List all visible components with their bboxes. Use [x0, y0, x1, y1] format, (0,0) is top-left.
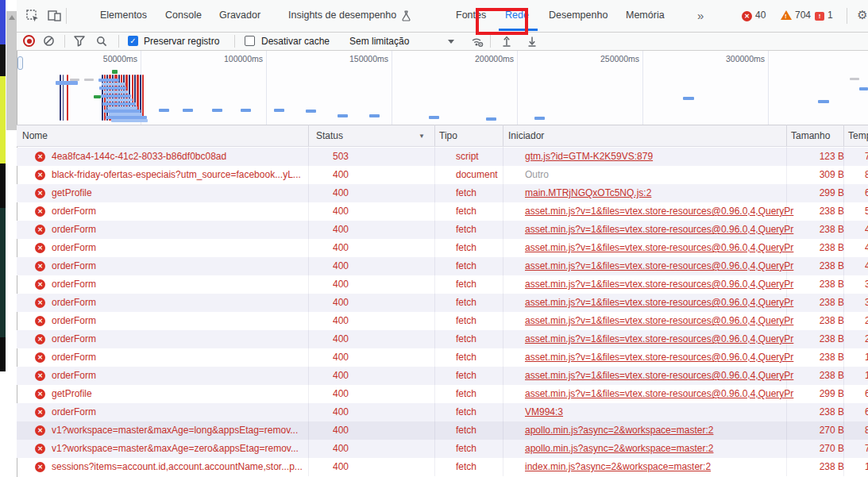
network-conditions-icon[interactable]: [471, 36, 484, 48]
network-request-row[interactable]: ✕v1?workspace=master&maxAge=zero&appsEta…: [17, 440, 868, 458]
request-name[interactable]: orderForm: [52, 403, 318, 421]
filter-icon[interactable]: [74, 36, 87, 48]
request-name[interactable]: orderForm: [52, 348, 318, 367]
request-initiator[interactable]: asset.min.js?v=1&files=vtex.store-resour…: [525, 330, 800, 348]
settings-gear-icon[interactable]: ⚙: [856, 9, 868, 21]
request-name[interactable]: getProfile: [52, 184, 318, 202]
request-name[interactable]: orderForm: [52, 367, 318, 385]
tab-insights-de-desempenho[interactable]: Insights de desempenho: [288, 0, 396, 31]
request-initiator[interactable]: asset.min.js?v=1&files=vtex.store-resour…: [525, 385, 800, 403]
network-request-row[interactable]: ✕orderForm400fetchasset.min.js?v=1&files…: [17, 202, 868, 221]
export-har-icon[interactable]: [527, 36, 539, 48]
issues-icon[interactable]: !: [815, 12, 824, 21]
disable-cache-label[interactable]: Desativar cache: [261, 33, 330, 50]
request-name[interactable]: black-friday-ofertas-especiais?utm_sourc…: [52, 166, 318, 184]
request-name[interactable]: orderForm: [52, 257, 318, 275]
request-name[interactable]: orderForm: [52, 294, 318, 312]
tab-gravador[interactable]: Gravador: [219, 0, 260, 31]
inspect-element-icon[interactable]: [26, 10, 39, 22]
column-header-tipo[interactable]: Tipo: [439, 125, 457, 146]
network-request-row[interactable]: ✕orderForm400fetchasset.min.js?v=1&files…: [17, 221, 868, 239]
request-initiator[interactable]: apollo.min.js?async=2&workspace=master:2: [525, 421, 800, 440]
disable-cache-checkbox[interactable]: [245, 36, 255, 46]
network-request-row[interactable]: ✕orderForm400fetchasset.min.js?v=1&files…: [17, 239, 868, 257]
page-scrollbar[interactable]: [6, 11, 17, 130]
request-initiator[interactable]: asset.min.js?v=1&files=vtex.store-resour…: [525, 312, 800, 330]
throttling-dropdown-arrow-icon[interactable]: [448, 40, 454, 44]
request-name[interactable]: orderForm: [52, 221, 318, 239]
network-request-row[interactable]: ✕v1?workspace=master&maxAge=long&appsEta…: [17, 421, 868, 440]
request-name[interactable]: v1?workspace=master&maxAge=long&appsEtag…: [52, 421, 318, 440]
request-initiator[interactable]: asset.min.js?v=1&files=vtex.store-resour…: [525, 367, 800, 385]
tab-elementos[interactable]: Elementos: [100, 0, 147, 31]
overview-left-handle[interactable]: [17, 56, 23, 70]
tab-console[interactable]: Console: [165, 0, 202, 31]
record-network-log-button[interactable]: [23, 35, 35, 47]
header-column-divider[interactable]: [434, 125, 435, 146]
network-request-row[interactable]: ✕orderForm400fetchasset.min.js?v=1&files…: [17, 367, 868, 385]
console-warnings-count[interactable]: 704: [795, 0, 811, 31]
request-name[interactable]: getProfile: [52, 385, 318, 403]
network-request-row[interactable]: ✕orderForm400fetchasset.min.js?v=1&files…: [17, 330, 868, 348]
request-initiator[interactable]: gtm.js?id=GTM-K2K59VS:879: [525, 148, 800, 166]
request-name[interactable]: 4ea8fca4-144c-41c2-8033-b86df0bc08ad: [52, 148, 318, 166]
network-request-row[interactable]: ✕orderForm400fetchVM994:3238 B695: [17, 403, 868, 421]
header-column-divider[interactable]: [786, 125, 787, 146]
network-request-row[interactable]: ✕sessions?items=account.id,account.accou…: [17, 458, 868, 476]
header-column-divider[interactable]: [308, 125, 309, 146]
network-request-row[interactable]: ✕orderForm400fetchasset.min.js?v=1&files…: [17, 312, 868, 330]
tab-mem-ria[interactable]: Memória: [626, 0, 665, 31]
column-header-tempo[interactable]: Tempo: [848, 125, 868, 146]
column-header-iniciador[interactable]: Iniciador: [508, 125, 544, 146]
request-initiator[interactable]: asset.min.js?v=1&files=vtex.store-resour…: [525, 221, 800, 239]
request-name[interactable]: v1?workspace=master&maxAge=zero&appsEtag…: [52, 440, 318, 458]
import-har-icon[interactable]: [501, 36, 514, 48]
request-initiator[interactable]: main.MTRjNGQxOTc5NQ.js:2: [525, 184, 800, 202]
column-header-nome[interactable]: Nome: [22, 125, 48, 146]
request-time: 5.3: [865, 202, 868, 221]
request-initiator[interactable]: asset.min.js?v=1&files=vtex.store-resour…: [525, 294, 800, 312]
network-request-row[interactable]: ✕black-friday-ofertas-especiais?utm_sour…: [17, 166, 868, 184]
network-request-row[interactable]: ✕getProfile400fetchmain.MTRjNGQxOTc5NQ.j…: [17, 184, 868, 202]
request-name[interactable]: orderForm: [52, 330, 318, 348]
request-initiator[interactable]: asset.min.js?v=1&files=vtex.store-resour…: [525, 239, 800, 257]
request-name[interactable]: sessions?items=account.id,account.accoun…: [52, 458, 318, 476]
more-tabs-icon[interactable]: »: [697, 0, 704, 31]
request-initiator[interactable]: asset.min.js?v=1&files=vtex.store-resour…: [525, 202, 800, 221]
network-request-row[interactable]: ✕orderForm400fetchasset.min.js?v=1&files…: [17, 294, 868, 312]
network-request-row[interactable]: ✕4ea8fca4-144c-41c2-8033-b86df0bc08ad503…: [17, 148, 868, 166]
header-column-divider[interactable]: [843, 125, 844, 146]
scrollbar-up-arrow-icon[interactable]: [9, 15, 15, 20]
column-header-tamanho[interactable]: Tamanho: [791, 125, 830, 146]
request-name[interactable]: orderForm: [52, 312, 318, 330]
preserve-log-label[interactable]: Preservar registro: [144, 33, 219, 50]
header-column-divider[interactable]: [503, 125, 503, 146]
request-initiator[interactable]: asset.min.js?v=1&files=vtex.store-resour…: [525, 275, 800, 294]
network-request-row[interactable]: ✕orderForm400fetchasset.min.js?v=1&files…: [17, 257, 868, 275]
issues-count[interactable]: 1: [827, 0, 833, 31]
request-initiator[interactable]: asset.min.js?v=1&files=vtex.store-resour…: [525, 348, 800, 367]
request-initiator[interactable]: apollo.min.js?async=2&workspace=master:2: [525, 440, 800, 458]
sort-descending-icon[interactable]: ▼: [419, 133, 425, 140]
search-icon[interactable]: [96, 36, 109, 48]
request-error-icon: ✕: [35, 225, 45, 235]
column-header-status[interactable]: Status: [316, 125, 343, 146]
request-name[interactable]: orderForm: [52, 202, 318, 221]
network-request-row[interactable]: ✕orderForm400fetchasset.min.js?v=1&files…: [17, 275, 868, 294]
request-status: 400: [333, 312, 388, 330]
console-errors-icon[interactable]: ✕: [742, 11, 752, 21]
request-name[interactable]: orderForm: [52, 275, 318, 294]
console-warnings-icon[interactable]: !: [781, 10, 792, 20]
console-errors-count[interactable]: 40: [755, 0, 766, 31]
device-toolbar-icon[interactable]: [48, 10, 60, 22]
preserve-log-checkbox[interactable]: ✓: [128, 36, 138, 46]
throttling-select[interactable]: Sem limitação: [349, 33, 409, 50]
network-request-row[interactable]: ✕orderForm400fetchasset.min.js?v=1&files…: [17, 348, 868, 367]
request-initiator[interactable]: index.min.js?async=2&workspace=master:2: [525, 458, 800, 476]
network-request-row[interactable]: ✕getProfile400fetchasset.min.js?v=1&file…: [17, 385, 868, 403]
request-initiator[interactable]: asset.min.js?v=1&files=vtex.store-resour…: [525, 257, 800, 275]
tab-desempenho[interactable]: Desempenho: [549, 0, 608, 31]
request-initiator[interactable]: VM994:3: [525, 403, 800, 421]
request-name[interactable]: orderForm: [52, 239, 318, 257]
clear-network-log-icon[interactable]: [43, 35, 56, 48]
